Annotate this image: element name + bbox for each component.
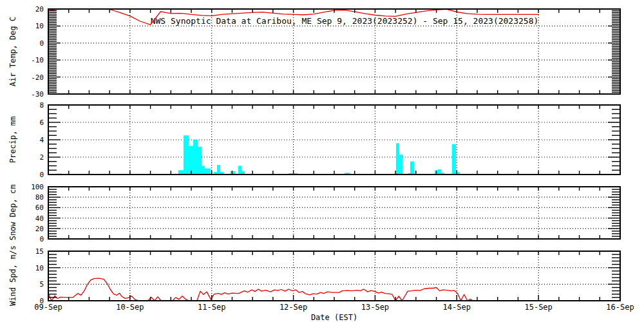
precip-bar (452, 144, 456, 175)
precip-bar (410, 162, 414, 175)
synoptic-chart-page: NWS Synoptic Data at Caribou, ME Sep 9, … (0, 0, 644, 322)
y-tick-label: 6 (39, 118, 44, 127)
panel-border (48, 187, 620, 239)
precip-bar (399, 155, 402, 175)
wind-speed-series-line (48, 278, 472, 301)
x-tick-label: 13-Sep (361, 303, 389, 312)
precip-bar (438, 169, 441, 175)
y-axis-label-snow-depth: Snow Dep, cm (8, 185, 17, 241)
chart-title: NWS Synoptic Data at Caribou, ME Sep 9, … (151, 16, 539, 26)
precip-bar (198, 147, 202, 175)
precip-bar (238, 166, 242, 175)
y-tick-label: 20 (35, 225, 44, 233)
x-tick-label: 12-Sep (279, 303, 307, 312)
y-tick-label: 80 (35, 193, 44, 202)
x-tick-label: 16-Sep (606, 303, 634, 312)
y-tick-label: 10 (35, 22, 44, 30)
y-tick-label: 60 (35, 204, 44, 212)
synoptic-chart: NWS Synoptic Data at Caribou, ME Sep 9, … (0, 0, 644, 322)
y-tick-label: 0 (39, 235, 44, 243)
precip-bar (217, 165, 220, 175)
x-tick-label: 10-Sep (116, 303, 144, 312)
precip-bar (205, 169, 211, 175)
panel-wind-speed: 051015 (35, 247, 620, 305)
precip-bars (57, 135, 459, 175)
y-tick-label: 40 (35, 214, 44, 223)
y-tick-label: 20 (35, 5, 44, 14)
precip-bar (193, 140, 198, 175)
plot-panels: -30-20-10010200246802040608010005101509-… (31, 5, 634, 312)
y-tick-label: 5 (39, 280, 44, 289)
y-tick-label: -20 (31, 73, 44, 82)
x-axis-title: Date (EST) (311, 313, 357, 322)
precip-bar (189, 146, 193, 175)
precip-bar (184, 135, 189, 175)
y-tick-label: -10 (31, 56, 44, 64)
panel-precip: 02468 (39, 101, 620, 179)
panel-snow-depth: 020406080100 (31, 183, 620, 243)
y-tick-label: 0 (39, 171, 44, 179)
y-axis-label-wind-speed: Wind Spd, m/s (8, 245, 17, 306)
x-tick-label: 14-Sep (443, 303, 471, 312)
precip-bar (178, 170, 184, 175)
y-axis-label-precip: Precip, mm (8, 117, 17, 163)
y-tick-label: 10 (35, 264, 44, 272)
x-tick-label: 15-Sep (524, 303, 552, 312)
y-tick-label: 2 (39, 153, 44, 162)
y-tick-label: 15 (35, 247, 44, 256)
panel-border (48, 251, 620, 301)
y-tick-label: 100 (31, 183, 44, 191)
x-tick-label: 09-Sep (34, 303, 62, 312)
y-tick-label: 4 (39, 136, 44, 144)
precip-bar (396, 143, 399, 175)
y-tick-label: 8 (39, 101, 44, 109)
x-tick-label: 11-Sep (198, 303, 225, 312)
y-tick-label: -30 (31, 90, 44, 99)
precip-bar (202, 166, 205, 175)
y-tick-label: 0 (39, 39, 44, 48)
y-axis-label-air-temp: Air Temp, Deg C (8, 17, 17, 86)
